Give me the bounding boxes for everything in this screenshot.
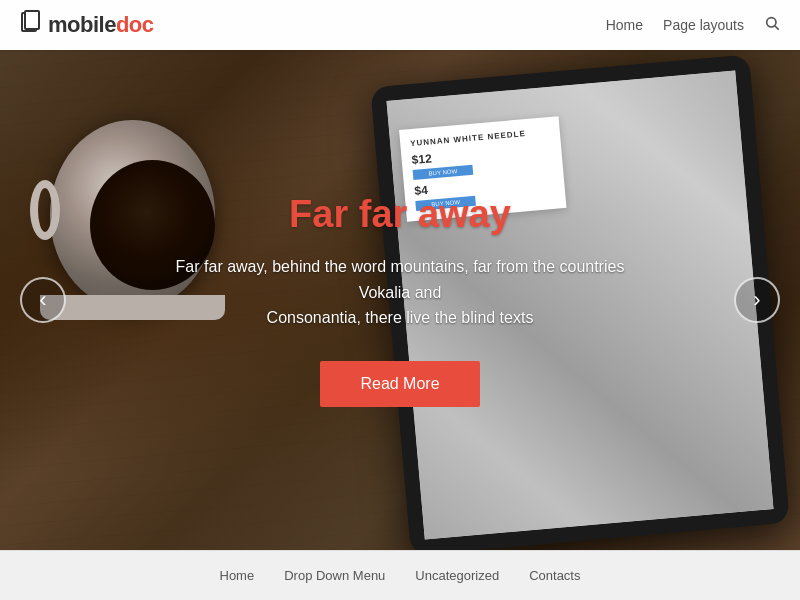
chevron-left-icon: ‹: [39, 289, 46, 311]
svg-line-3: [775, 26, 779, 30]
logo-text-mobile: mobile: [48, 12, 116, 38]
hero-subtitle-line1: Far far away, behind the word mountains,…: [176, 258, 625, 301]
footer-link-dropdown[interactable]: Drop Down Menu: [284, 568, 385, 583]
nav-page-layouts[interactable]: Page layouts: [663, 17, 744, 33]
hero-section: YUNNAN WHITE NEEDLE $12 BUY NOW $4 BUY N…: [0, 50, 800, 550]
hero-content: Far far away Far far away, behind the wo…: [150, 193, 650, 407]
tablet-btn-1: BUY NOW: [413, 165, 474, 180]
prev-slide-button[interactable]: ‹: [20, 277, 66, 323]
main-nav: Home Page layouts: [606, 15, 780, 35]
svg-point-2: [767, 18, 776, 27]
hero-subtitle-line2: Consonantia, there live the blind texts: [267, 309, 534, 326]
chevron-right-icon: ›: [753, 289, 760, 311]
header: mobiledoc Home Page layouts: [0, 0, 800, 50]
logo-text-doc: doc: [116, 12, 154, 38]
search-icon[interactable]: [764, 15, 780, 35]
nav-home[interactable]: Home: [606, 17, 643, 33]
cup-handle: [30, 180, 60, 240]
logo: mobiledoc: [20, 10, 154, 40]
read-more-button[interactable]: Read More: [320, 361, 479, 407]
next-slide-button[interactable]: ›: [734, 277, 780, 323]
footer: Home Drop Down Menu Uncategorized Contac…: [0, 550, 800, 600]
footer-link-home[interactable]: Home: [220, 568, 255, 583]
svg-rect-1: [25, 11, 39, 29]
footer-link-contacts[interactable]: Contacts: [529, 568, 580, 583]
hero-title: Far far away: [150, 193, 650, 236]
hero-subtitle: Far far away, behind the word mountains,…: [150, 254, 650, 331]
footer-link-uncategorized[interactable]: Uncategorized: [415, 568, 499, 583]
tablet-icon: [20, 10, 44, 40]
